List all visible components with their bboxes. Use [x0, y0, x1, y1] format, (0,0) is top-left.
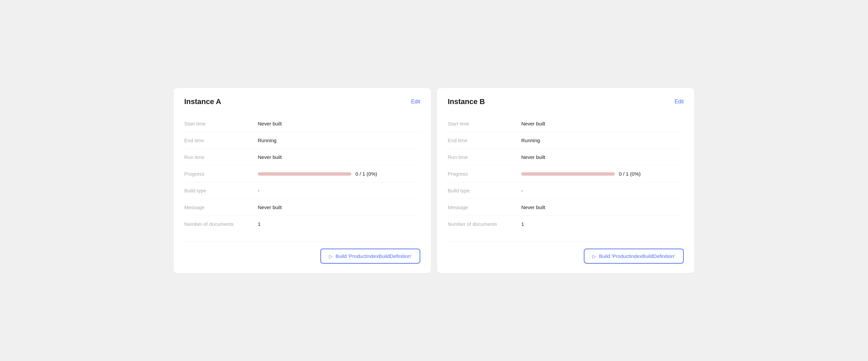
instance-a-field-label-1: End time — [184, 138, 258, 143]
instance-a-progress-container: 0 / 1 (0%) — [258, 171, 420, 177]
instance-a-header: Instance AEdit — [184, 97, 420, 106]
instance-b-field-row-6: Number of documents1 — [448, 216, 684, 232]
instance-a-body: Start timeNever builtEnd timeRunningRun … — [184, 115, 420, 232]
instance-b-edit-link[interactable]: Edit — [674, 99, 684, 105]
instance-b-title: Instance B — [448, 97, 485, 106]
instance-a-progress-bar-bg — [258, 172, 351, 176]
instance-a-field-label-2: Run time — [184, 154, 258, 160]
instance-a-field-row-4: Build type- — [184, 182, 420, 199]
instance-a-field-row-6: Number of documents1 — [184, 216, 420, 232]
instance-b-field-value-0: Never built — [521, 121, 684, 126]
instance-b-field-row-0: Start timeNever built — [448, 115, 684, 132]
instance-a-field-value-6: 1 — [258, 221, 420, 227]
instance-b-field-value-4: - — [521, 188, 684, 193]
instance-b-field-value-6: 1 — [521, 221, 684, 227]
play-icon: ▷ — [329, 253, 333, 259]
instance-b-field-label-0: Start time — [448, 121, 521, 126]
instance-a-field-value-5: Never built — [258, 204, 420, 210]
instance-a-footer: ▷Build 'ProductIndexBuildDefinition' — [184, 242, 420, 264]
instance-a-field-label-0: Start time — [184, 121, 258, 126]
instance-b-progress-bar-bg — [521, 172, 615, 176]
instance-a-progress-label: 0 / 1 (0%) — [355, 171, 377, 177]
instance-b-body: Start timeNever builtEnd timeRunningRun … — [448, 115, 684, 232]
instance-a-edit-link[interactable]: Edit — [411, 99, 420, 105]
instance-a-field-label-3: Progress — [184, 171, 258, 177]
instance-b-build-button-label: Build 'ProductIndexBuildDefinition' — [599, 253, 675, 259]
instance-b-field-value-5: Never built — [521, 204, 684, 210]
instance-b-field-label-1: End time — [448, 138, 521, 143]
instance-b-field-row-1: End timeRunning — [448, 132, 684, 149]
cards-container: Instance AEditStart timeNever builtEnd t… — [173, 88, 695, 273]
instance-b-footer: ▷Build 'ProductIndexBuildDefinition' — [448, 242, 684, 264]
instance-b-field-label-3: Progress — [448, 171, 521, 177]
instance-a-field-label-5: Message — [184, 204, 258, 210]
instance-a-build-button[interactable]: ▷Build 'ProductIndexBuildDefinition' — [320, 248, 420, 264]
instance-a-field-value-1: Running — [258, 138, 420, 143]
instance-b-progress-label: 0 / 1 (0%) — [619, 171, 641, 177]
instance-b-field-value-2: Never built — [521, 154, 684, 160]
instance-a-field-value-0: Never built — [258, 121, 420, 126]
instance-a-field-row-0: Start timeNever built — [184, 115, 420, 132]
instance-b-field-value-1: Running — [521, 138, 684, 143]
instance-b-field-label-4: Build type — [448, 188, 521, 193]
instance-b-field-label-2: Run time — [448, 154, 521, 160]
instance-a-field-row-2: Run timeNever built — [184, 149, 420, 166]
instance-a-title: Instance A — [184, 97, 221, 106]
instance-a-field-value-4: - — [258, 188, 420, 193]
card-instance-b: Instance BEditStart timeNever builtEnd t… — [437, 88, 695, 273]
instance-a-field-label-4: Build type — [184, 188, 258, 193]
play-icon: ▷ — [592, 253, 596, 259]
instance-a-field-row-1: End timeRunning — [184, 132, 420, 149]
instance-b-field-row-2: Run timeNever built — [448, 149, 684, 166]
instance-a-build-button-label: Build 'ProductIndexBuildDefinition' — [335, 253, 412, 259]
card-instance-a: Instance AEditStart timeNever builtEnd t… — [173, 88, 431, 273]
instance-a-field-value-2: Never built — [258, 154, 420, 160]
instance-b-field-row-5: MessageNever built — [448, 199, 684, 216]
instance-a-field-row-5: MessageNever built — [184, 199, 420, 216]
instance-a-field-label-6: Number of documents — [184, 221, 258, 227]
instance-b-field-row-4: Build type- — [448, 182, 684, 199]
instance-b-header: Instance BEdit — [448, 97, 684, 106]
instance-a-field-row-3: Progress0 / 1 (0%) — [184, 166, 420, 182]
instance-b-field-row-3: Progress0 / 1 (0%) — [448, 166, 684, 182]
instance-b-progress-container: 0 / 1 (0%) — [521, 171, 684, 177]
instance-b-field-label-5: Message — [448, 204, 521, 210]
instance-b-build-button[interactable]: ▷Build 'ProductIndexBuildDefinition' — [584, 248, 684, 264]
instance-b-field-label-6: Number of documents — [448, 221, 521, 227]
